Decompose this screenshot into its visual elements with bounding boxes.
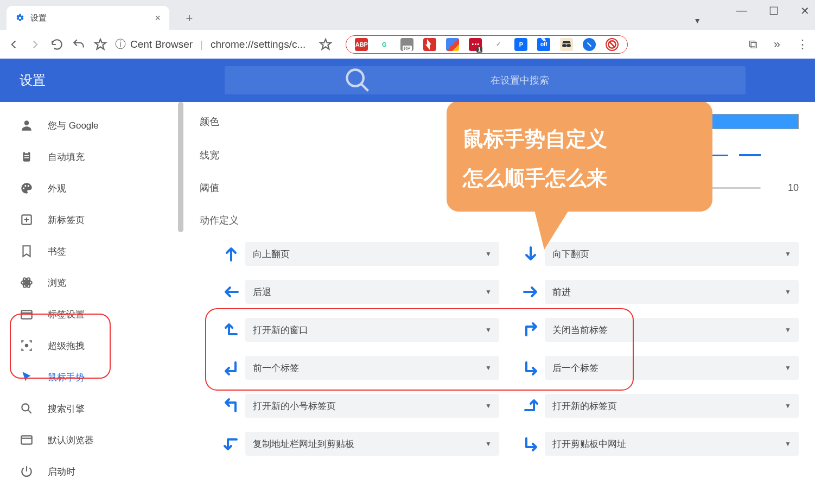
gesture-select-3[interactable]: 前进▼	[545, 280, 799, 304]
menu-button[interactable]: ⋮	[797, 37, 808, 52]
sidebar-item-11[interactable]: 启动时	[0, 456, 179, 487]
sidebar-item-9[interactable]: 搜索引擎	[0, 393, 179, 424]
sidebar-item-label: 默认浏览器	[48, 434, 94, 446]
sidebar-item-3[interactable]: 新标签页	[0, 204, 179, 235]
sidebar-item-label: 新标签页	[48, 214, 85, 226]
bookmark-star-button[interactable]	[93, 37, 107, 52]
sidebar-item-1[interactable]: 自动填充	[0, 141, 179, 173]
gesture-select-4[interactable]: 打开新的窗口▼	[245, 318, 499, 342]
gesture-row-9: 打开新的标签页▼	[521, 394, 799, 418]
svg-rect-6	[25, 151, 29, 153]
gesture-select-5[interactable]: 关闭当前标签▼	[545, 318, 799, 342]
bookmark-page-button[interactable]	[319, 37, 333, 52]
ext-flash-icon[interactable]	[423, 38, 436, 51]
forward-button[interactable]	[28, 37, 42, 52]
ext-incognito-icon[interactable]	[560, 38, 573, 51]
gesture-arrow-left-down-icon	[221, 434, 241, 454]
sidebar-item-4[interactable]: 书签	[0, 235, 179, 267]
gesture-select-8[interactable]: 打开新的小号标签页▼	[245, 394, 499, 418]
gesture-arrow-right-icon	[521, 282, 540, 302]
chevron-down-icon: ▼	[785, 440, 791, 448]
crop-icon[interactable]: ⧉	[749, 37, 757, 52]
scrollbar-thumb[interactable]	[178, 102, 183, 232]
close-tab-icon[interactable]: ×	[155, 12, 161, 24]
sidebar-item-0[interactable]: 您与 Google	[0, 110, 179, 141]
settings-search-input[interactable]	[491, 75, 735, 86]
reload-button[interactable]	[50, 37, 64, 52]
chevron-down-icon: ▼	[785, 288, 791, 296]
person-icon	[20, 118, 34, 132]
gesture-row-8: 打开新的小号标签页▼	[221, 394, 499, 418]
chevron-down-icon: ▼	[785, 250, 791, 258]
gesture-row-4: 打开新的窗口▼	[221, 318, 499, 342]
svg-point-18	[26, 344, 28, 347]
sidebar-item-label: 您与 Google	[48, 119, 99, 132]
sidebar-item-2[interactable]: 外观	[0, 173, 179, 204]
ext-blue-circle-icon[interactable]	[583, 38, 596, 51]
ext-check-icon[interactable]: ✓	[492, 38, 505, 51]
undo-button[interactable]	[72, 37, 86, 52]
gesture-arrow-up-icon	[221, 244, 241, 264]
sidebar-item-6[interactable]: 标签设置	[0, 298, 179, 330]
chevrons-icon[interactable]: »	[774, 37, 780, 52]
gesture-select-0[interactable]: 向上翻页▼	[245, 242, 499, 266]
gesture-arrow-left-icon	[221, 282, 241, 302]
new-tab-button[interactable]: +	[180, 9, 199, 28]
browser-tab[interactable]: 设置 ×	[7, 6, 169, 30]
sidebar-item-8[interactable]: 鼠标手势	[0, 361, 179, 393]
tab-overflow-icon[interactable]: ▼	[693, 16, 701, 25]
ext-p-icon[interactable]: P	[514, 38, 527, 51]
gesture-select-1[interactable]: 向下翻页▼	[545, 242, 799, 266]
minimize-button[interactable]: —	[736, 4, 747, 17]
settings-header: 设置	[0, 59, 815, 102]
chevron-down-icon: ▼	[785, 326, 791, 334]
gesture-row-10: 复制地址栏网址到剪贴板▼	[221, 432, 499, 456]
gesture-select-10[interactable]: 复制地址栏网址到剪贴板▼	[245, 432, 499, 456]
chevron-down-icon: ▼	[785, 364, 791, 372]
gesture-arrow-up-right-icon	[521, 320, 540, 340]
address-bar[interactable]: ⓘ Cent Browser | chrome://settings/c...	[115, 37, 305, 52]
gesture-arrow-down-right-l-icon	[521, 358, 540, 378]
sidebar-item-5[interactable]: 浏览	[0, 267, 179, 298]
gesture-select-7[interactable]: 后一个标签▼	[545, 356, 799, 380]
sidebar-item-label: 鼠标手势	[48, 371, 85, 384]
section-title: 动作定义	[200, 214, 799, 227]
close-window-button[interactable]: ✕	[800, 4, 810, 17]
svg-rect-7	[24, 155, 29, 156]
extension-bar: ABPGRP···1✓P✎off	[346, 35, 628, 54]
maximize-button[interactable]: ☐	[769, 4, 779, 17]
chevron-down-icon: ▼	[485, 326, 492, 334]
site-info-icon[interactable]: ⓘ	[115, 37, 126, 52]
back-button[interactable]	[7, 37, 21, 52]
gesture-select-6[interactable]: 前一个标签▼	[245, 356, 499, 380]
gesture-select-9[interactable]: 打开新的标签页▼	[545, 394, 799, 418]
sidebar-item-label: 标签设置	[48, 308, 85, 321]
svg-point-4	[24, 120, 29, 125]
ext-noscript-icon[interactable]	[606, 38, 619, 51]
settings-search[interactable]	[225, 66, 746, 94]
address-url: chrome://settings/c...	[211, 39, 305, 50]
svg-point-19	[22, 404, 29, 411]
ext-axure-icon[interactable]: RP	[400, 38, 413, 51]
chevron-down-icon: ▼	[785, 402, 791, 410]
palette-icon	[20, 181, 34, 195]
browser-icon	[20, 433, 34, 447]
sidebar-item-label: 书签	[48, 245, 66, 258]
search-icon	[235, 66, 480, 94]
chevron-down-icon: ▼	[485, 250, 492, 258]
gesture-arrow-down-right-icon	[521, 434, 540, 454]
sidebar-item-label: 搜索引擎	[48, 403, 85, 415]
tab-title: 设置	[30, 13, 47, 23]
ext-grammarly-icon[interactable]: G	[378, 38, 391, 51]
gesture-select-11[interactable]: 打开剪贴板中网址▼	[545, 432, 799, 456]
sidebar-item-7[interactable]: 超级拖拽	[0, 330, 179, 361]
ext-colorful-icon[interactable]	[446, 38, 459, 51]
ext-abp-icon[interactable]: ABP	[355, 38, 368, 51]
threshold-value: 10	[761, 182, 799, 194]
gesture-row-0: 向上翻页▼	[221, 242, 499, 266]
ext-lastpass-icon[interactable]: ···1	[469, 38, 482, 51]
sidebar-item-10[interactable]: 默认浏览器	[0, 424, 179, 456]
gesture-select-2[interactable]: 后退▼	[245, 280, 499, 304]
ext-off-icon[interactable]: ✎off	[537, 38, 550, 51]
gesture-row-7: 后一个标签▼	[521, 356, 799, 380]
